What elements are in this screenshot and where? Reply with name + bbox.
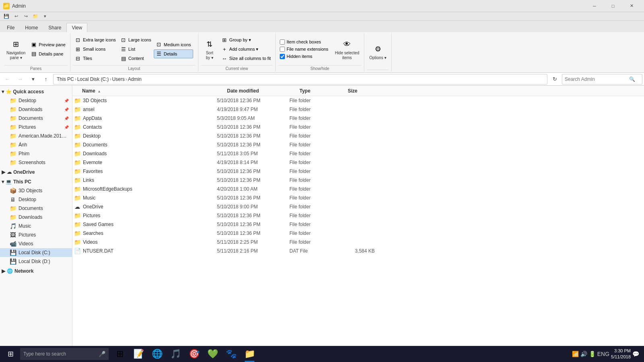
hide-selected-items-button[interactable]: 👁 Hide selecteditems [332,36,362,62]
network-header[interactable]: ▶ 🌐 Network [0,267,72,276]
extra-large-icons-button[interactable]: ⊡ Extra large icons [73,35,118,44]
small-icons-button[interactable]: ⊞ Small icons [73,45,118,53]
taskbar-app-app4[interactable]: 🎯 [185,346,203,362]
header-date[interactable]: Date modified [227,88,299,94]
table-row[interactable]: 📁 Desktop 5/10/2018 12:36 PM File folder [72,132,644,140]
item-check-boxes-input[interactable] [280,39,285,45]
lang-indicator[interactable]: ENG [597,351,609,357]
group-by-button[interactable]: ⊞ Group by ▾ [219,35,273,44]
up-button[interactable]: ↑ [40,74,52,84]
details-button[interactable]: ☰ Details [154,49,193,58]
start-button[interactable]: ⊞ [2,346,19,362]
qat-undo[interactable]: ↩ [12,12,20,21]
sidebar-item-downloads-pc[interactable]: 📁 Downloads [0,213,72,222]
tiles-button[interactable]: ⊟ Tiles [73,54,118,63]
list-button[interactable]: ☰ List [118,45,153,53]
battery-icon[interactable]: 🔋 [589,351,596,357]
network-tray-icon[interactable]: 📶 [572,351,579,357]
sidebar-item-3d-objects[interactable]: 📦 3D Objects [0,186,72,195]
taskbar-app-spotify[interactable]: 🎵 [167,346,184,362]
header-size[interactable]: Size [348,88,388,94]
quick-access-header[interactable]: ▾ ⭐ Quick access [0,87,72,96]
tab-home[interactable]: Home [20,23,43,32]
table-row[interactable]: 📁 3D Objects 5/10/2018 12:36 PM File fol… [72,96,644,105]
sidebar-item-local-disk-c[interactable]: 💾 Local Disk (C:) [0,248,72,257]
tab-share[interactable]: Share [43,23,66,32]
table-row[interactable]: ☁ OneDrive 5/10/2018 9:00 PM File folder [72,202,644,211]
search-box[interactable]: 🔍 [562,74,642,84]
qat-dropdown[interactable]: ▾ [41,12,49,21]
table-row[interactable]: 📁 Pictures 5/10/2018 12:36 PM File folde… [72,211,644,220]
table-row[interactable]: 📁 Evernote 4/19/2018 8:14 PM File folder [72,158,644,167]
forward-button[interactable]: → [14,74,26,84]
item-check-boxes-check[interactable]: Item check boxes [278,39,330,45]
breadcrumb-users[interactable]: Users [112,76,124,82]
recent-locations-button[interactable]: ▾ [27,74,39,84]
table-row[interactable]: 📁 Documents 5/10/2018 12:36 PM File fold… [72,140,644,149]
clock[interactable]: 3:30 PM 5/11/2018 [611,348,631,360]
sidebar-item-screenshots-qa[interactable]: 📁 Screenshots [0,158,72,167]
sidebar-item-videos-pc[interactable]: 📹 Videos [0,239,72,248]
sidebar-item-american-qa[interactable]: 📁 American.Made.2017.m [0,132,72,140]
notification-icon[interactable]: 💬 [632,351,639,357]
onedrive-header[interactable]: ▶ ☁ OneDrive [0,168,72,177]
qat-save[interactable]: 💾 [2,12,10,21]
table-row[interactable]: 📁 Music 5/10/2018 12:36 PM File folder [72,193,644,202]
taskbar-app-app6[interactable]: 🐾 [222,346,240,362]
table-row[interactable]: 📁 MicrosoftEdgeBackups 4/20/2018 1:00 AM… [72,185,644,193]
header-name[interactable]: Name ▲ [74,88,227,94]
table-row[interactable]: 📁 Contacts 5/10/2018 12:36 PM File folde… [72,123,644,132]
file-name-extensions-input[interactable] [280,47,285,52]
table-row[interactable]: 📁 Videos 5/11/2018 2:25 PM File folder [72,238,644,247]
sidebar-item-documents-pc[interactable]: 📁 Documents [0,204,72,213]
sidebar-item-anh-qa[interactable]: 📁 Ảnh [0,140,72,149]
hidden-items-input[interactable] [280,54,285,59]
close-button[interactable]: ✕ [622,0,641,12]
volume-icon[interactable]: 🔊 [580,351,587,357]
size-columns-button[interactable]: ↔ Size all columns to fit [219,54,273,63]
sort-by-button[interactable]: ⇅ Sortby ▾ [201,36,219,62]
table-row[interactable]: 📁 AppData 5/3/2018 9:05 AM File folder [72,114,644,123]
taskbar-app-chrome[interactable]: 🌐 [148,346,166,362]
sidebar-item-pictures-qa[interactable]: 📁 Pictures 📌 [0,123,72,132]
taskbar-app-file-explorer[interactable]: 📁 [241,346,258,362]
table-row[interactable]: 📁 Saved Games 5/10/2018 12:36 PM File fo… [72,220,644,229]
qat-new-folder[interactable]: 📁 [31,12,39,21]
qat-redo[interactable]: ↪ [22,12,30,21]
taskbar-app-notes[interactable]: 📝 [130,346,147,362]
hidden-items-check[interactable]: Hidden items [278,53,330,60]
large-icons-button[interactable]: ⊡ Large icons [118,35,153,44]
sidebar-item-local-disk-d[interactable]: 💾 Local Disk (D:) [0,257,72,266]
sidebar-item-desktop-qa[interactable]: 📁 Desktop 📌 [0,96,72,105]
this-pc-header[interactable]: ▾ 💻 This PC [0,177,72,186]
sidebar-item-downloads-qa[interactable]: 📁 Downloads 📌 [0,105,72,114]
back-button[interactable]: ← [2,74,13,84]
sidebar-item-music-pc[interactable]: 🎵 Music [0,222,72,230]
details-pane-button[interactable]: ▤ Details pane [29,49,68,58]
sidebar-item-desktop-pc[interactable]: 🖥 Desktop [0,195,72,204]
tab-view[interactable]: View [66,23,87,32]
refresh-button[interactable]: ↻ [549,74,560,84]
navigation-pane-button[interactable]: ⊞ Navigationpane ▾ [4,36,28,62]
table-row[interactable]: 📁 Downloads 5/11/2018 3:05 PM File folde… [72,149,644,158]
file-name-extensions-check[interactable]: File name extensions [278,46,330,52]
tab-file[interactable]: File [2,23,20,32]
add-columns-button[interactable]: + Add columns ▾ [219,45,273,53]
header-type[interactable]: Type [299,88,348,94]
medium-icons-button[interactable]: ⊡ Medium icons [154,40,193,49]
breadcrumb[interactable]: This PC › Local Disk (C:) › Users › Admi… [53,74,547,84]
sidebar-item-pictures-pc[interactable]: 🖼 Pictures [0,230,72,239]
mic-icon[interactable]: 🎤 [99,351,105,357]
options-button[interactable]: ⚙ Options ▾ [367,41,388,62]
content-button[interactable]: ▤ Content [118,54,153,63]
breadcrumb-local-disk[interactable]: Local Disk (C:) [77,76,109,82]
taskbar-search[interactable]: Type here to search 🎤 [20,348,109,360]
minimize-button[interactable]: ─ [585,0,604,12]
breadcrumb-admin[interactable]: Admin [128,76,142,82]
preview-pane-button[interactable]: ▣ Preview pane [29,40,68,49]
sidebar-item-phim-qa[interactable]: 📁 Phim [0,149,72,158]
sidebar-item-documents-qa[interactable]: 📁 Documents 📌 [0,114,72,123]
table-row[interactable]: 📁 ansel 4/19/2018 9:47 PM File folder [72,105,644,114]
taskbar-app-app5[interactable]: 💚 [204,346,221,362]
search-input[interactable] [565,76,629,82]
